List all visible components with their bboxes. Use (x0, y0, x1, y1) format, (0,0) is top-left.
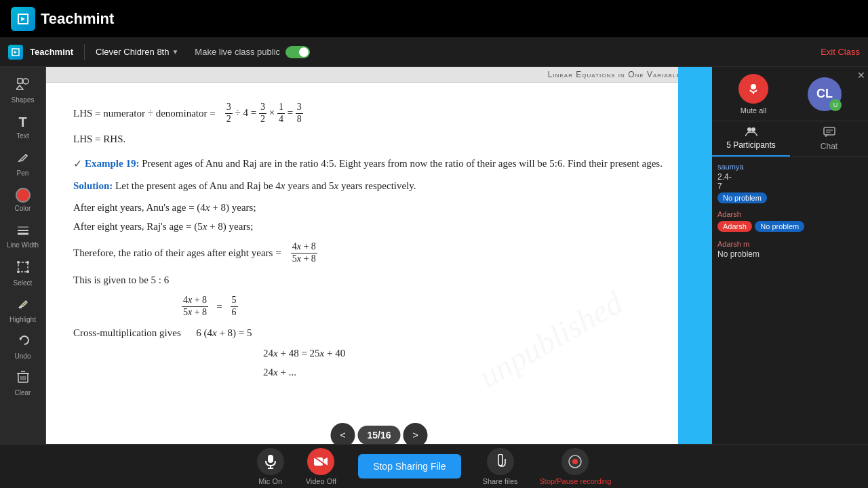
nav-logo: Teachmint (8, 45, 73, 60)
svg-point-40 (572, 459, 578, 464)
left-toolbar: Shapes T Text Pen Color (0, 67, 46, 488)
toolbar-linewidth[interactable]: Line Width (4, 219, 42, 254)
live-class-label: Make live class public (195, 47, 280, 57)
video-button[interactable]: Video Off (306, 448, 336, 485)
svg-rect-11 (18, 262, 28, 272)
highlight-icon (16, 297, 30, 314)
toolbar-shapes[interactable]: Shapes (4, 73, 42, 108)
cross-multi-line: Cross-multiplication gives 6 (4x + 8) = … (73, 325, 685, 341)
current-page: 15 (367, 430, 378, 441)
clear-label: Clear (15, 389, 31, 396)
shapes-icon (16, 77, 30, 94)
close-panel-button[interactable]: ✕ (857, 70, 865, 81)
mute-all-button[interactable]: Mute all (738, 74, 768, 115)
chat-badge-adarsh-name: Adarsh (717, 221, 752, 232)
fraction-3-2: 3 2 (225, 102, 233, 125)
bottom-bar: Mic On Video Off Stop Sharing File Share… (0, 444, 868, 488)
svg-point-24 (751, 84, 756, 89)
screen-share-strip (678, 67, 712, 488)
text-icon: T (18, 115, 26, 130)
checkmark-icon: ✓ (73, 155, 82, 173)
lhs-text: LHS = numerator ÷ denominator = (73, 105, 216, 121)
class-selector[interactable]: Clever Chidren 8th ▼ (96, 47, 178, 57)
mute-area: Mute all CL U ✕ (712, 67, 868, 121)
example-19-text: Present ages of Anu and Raj are in the r… (142, 158, 663, 169)
chevron-down-icon: ▼ (172, 48, 178, 56)
main-area: Shapes T Text Pen Color (0, 67, 868, 488)
toolbar-highlight[interactable]: Highlight (4, 292, 42, 327)
select-icon (16, 260, 30, 277)
toolbar-select[interactable]: Select (4, 256, 42, 291)
fraction-eq-rhs: 5 6 (231, 295, 238, 319)
chat-badge-saumya: No problem (717, 192, 767, 203)
solution-label: Solution: (73, 180, 115, 191)
chat-list: saumya 2.4- 7 No problem Adarsh Adarsh N… (712, 157, 868, 460)
prev-arrow-icon: < (340, 430, 345, 441)
participant-avatar-container: CL U (808, 77, 842, 111)
svg-rect-4 (18, 79, 22, 83)
stop-sharing-button[interactable]: Stop Sharing File (358, 454, 460, 479)
linewidth-label: Line Width (7, 241, 39, 249)
right-panel: Mute all CL U ✕ (712, 67, 868, 488)
fraction-eq-lhs: 4x + 8 5x + 8 (182, 295, 208, 319)
solution-text: Let the present ages of Anu and Raj be 4… (115, 180, 416, 191)
toolbar-color[interactable]: Color (4, 182, 42, 218)
fraction-4x8: 4x + 8 5x + 8 (291, 241, 317, 265)
avatar-initials: CL (816, 87, 833, 101)
undo-label: Undo (15, 352, 31, 360)
chat-user-saumya: saumya 2.4- 7 No problem (717, 163, 863, 203)
undo-icon (16, 333, 30, 350)
nav-divider (84, 44, 85, 60)
pen-label: Pen (17, 169, 29, 177)
svg-marker-1 (21, 17, 25, 21)
svg-marker-3 (14, 51, 17, 54)
eq-24x: 24x + 48 = 25x + 40 (263, 345, 685, 361)
nav-bar: Teachmint Clever Chidren 8th ▼ Make live… (0, 37, 868, 67)
stop-recording-icon (561, 448, 589, 475)
nav-logo-text: Teachmint (30, 47, 73, 57)
toolbar-pen[interactable]: Pen (4, 146, 42, 181)
mic-button[interactable]: Mic On (257, 448, 284, 485)
chat-user-adarsh: Adarsh Adarsh No problem (717, 210, 863, 233)
fraction-1-4: 1 4 (277, 102, 285, 125)
exit-class-button[interactable]: Exit Class (821, 47, 860, 57)
chat-badge-adarsh: No problem (755, 221, 804, 232)
class-name: Clever Chidren 8th (96, 47, 169, 57)
highlight-label: Highlight (9, 316, 36, 323)
nav-logo-icon (8, 45, 23, 60)
video-icon (307, 448, 334, 475)
color-circle (16, 188, 31, 203)
top-bar: Teachmint (0, 0, 868, 37)
svg-point-26 (747, 127, 751, 131)
tab-chat[interactable]: Chat (790, 121, 868, 157)
panel-tabs: 5 Participants Chat (712, 121, 868, 157)
toolbar-clear[interactable]: Clear (4, 365, 42, 401)
pen-icon (16, 150, 30, 167)
live-class-switch[interactable] (285, 46, 310, 58)
color-label: Color (15, 205, 31, 212)
chat-icon (823, 127, 835, 140)
after-eight-raj: After eight years, Raj's age = (5x + 8) … (73, 218, 685, 235)
chat-msg-saumya-1: 2.4- (717, 172, 863, 182)
eq-24x-2: 24x + ... (263, 364, 685, 380)
toggle-knob (299, 47, 309, 57)
svg-rect-33 (268, 455, 273, 463)
online-badge: U (829, 99, 842, 111)
slide-counter: 15/16 (357, 426, 400, 445)
toolbar-undo[interactable]: Undo (4, 329, 42, 364)
svg-marker-6 (16, 85, 23, 89)
stop-recording-button[interactable]: Stop/Pause recording (540, 448, 612, 485)
document-container: Linear Equations in One Variable 35 LHS … (46, 67, 712, 488)
logo-text: Teachmint (41, 10, 114, 28)
toolbar-text[interactable]: T Text (4, 109, 42, 144)
live-class-toggle: Make live class public (195, 46, 310, 58)
line-width-icon (16, 225, 30, 239)
share-files-button[interactable]: Share files (483, 448, 518, 485)
tab-participants[interactable]: 5 Participants (712, 121, 790, 157)
svg-point-13 (26, 261, 29, 264)
document-header: Linear Equations in One Variable 35 (46, 67, 712, 83)
text-label: Text (16, 132, 28, 140)
svg-point-15 (26, 270, 29, 273)
chat-msg-adarshm: No problem (717, 249, 863, 259)
document-title: Linear Equations in One Variable (548, 70, 681, 79)
